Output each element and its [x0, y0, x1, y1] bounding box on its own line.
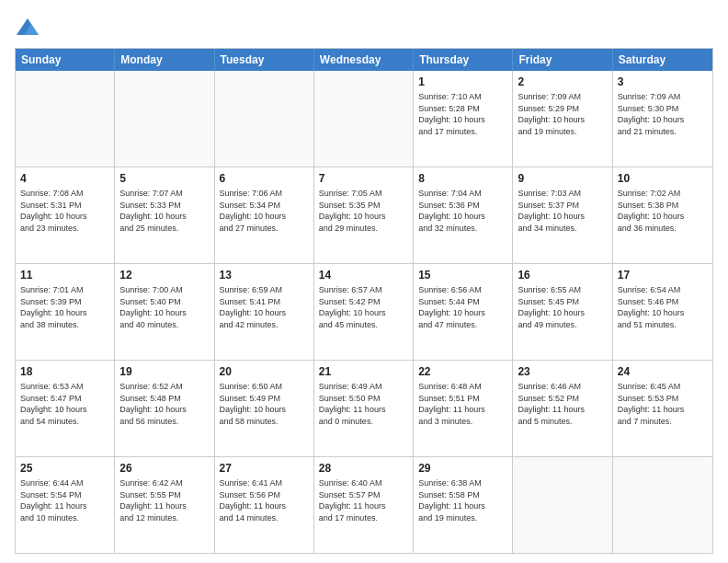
day-info: Sunrise: 6:50 AM Sunset: 5:49 PM Dayligh… [220, 381, 309, 427]
calendar-cell: 22Sunrise: 6:48 AM Sunset: 5:51 PM Dayli… [414, 361, 513, 456]
calendar-cell: 18Sunrise: 6:53 AM Sunset: 5:47 PM Dayli… [16, 361, 115, 456]
calendar-cell: 24Sunrise: 6:45 AM Sunset: 5:53 PM Dayli… [613, 361, 712, 456]
day-info: Sunrise: 7:06 AM Sunset: 5:34 PM Dayligh… [220, 188, 309, 234]
day-number: 9 [518, 171, 607, 186]
calendar-cell: 3Sunrise: 7:09 AM Sunset: 5:30 PM Daylig… [613, 71, 712, 167]
calendar-cell: 8Sunrise: 7:04 AM Sunset: 5:36 PM Daylig… [414, 167, 513, 263]
calendar-cell: 23Sunrise: 6:46 AM Sunset: 5:52 PM Dayli… [513, 361, 612, 456]
day-info: Sunrise: 7:09 AM Sunset: 5:30 PM Dayligh… [618, 91, 708, 137]
day-number: 5 [119, 171, 209, 186]
day-info: Sunrise: 6:45 AM Sunset: 5:53 PM Dayligh… [618, 381, 708, 427]
page: SundayMondayTuesdayWednesdayThursdayFrid… [0, 0, 728, 563]
calendar-cell [115, 71, 214, 167]
calendar-cell: 11Sunrise: 7:01 AM Sunset: 5:39 PM Dayli… [16, 264, 115, 360]
calendar-cell [613, 457, 712, 553]
calendar-cell: 28Sunrise: 6:40 AM Sunset: 5:57 PM Dayli… [314, 457, 414, 553]
day-number: 6 [220, 171, 309, 186]
day-info: Sunrise: 6:52 AM Sunset: 5:48 PM Dayligh… [119, 381, 209, 427]
day-info: Sunrise: 7:00 AM Sunset: 5:40 PM Dayligh… [119, 284, 209, 330]
calendar-cell: 25Sunrise: 6:44 AM Sunset: 5:54 PM Dayli… [16, 457, 115, 553]
day-info: Sunrise: 7:10 AM Sunset: 5:28 PM Dayligh… [418, 91, 507, 137]
calendar-cell: 7Sunrise: 7:05 AM Sunset: 5:35 PM Daylig… [314, 167, 414, 263]
day-info: Sunrise: 7:04 AM Sunset: 5:36 PM Dayligh… [418, 188, 507, 234]
day-info: Sunrise: 6:48 AM Sunset: 5:51 PM Dayligh… [418, 381, 507, 427]
day-number: 2 [518, 75, 607, 89]
calendar-cell [513, 457, 612, 553]
calendar-row: 18Sunrise: 6:53 AM Sunset: 5:47 PM Dayli… [16, 360, 712, 456]
calendar-cell: 1Sunrise: 7:10 AM Sunset: 5:28 PM Daylig… [414, 71, 513, 167]
calendar-cell: 4Sunrise: 7:08 AM Sunset: 5:31 PM Daylig… [16, 167, 115, 263]
day-info: Sunrise: 7:02 AM Sunset: 5:38 PM Dayligh… [618, 188, 708, 234]
weekday-header: Saturday [613, 49, 712, 71]
weekday-header: Monday [115, 49, 214, 71]
day-info: Sunrise: 6:54 AM Sunset: 5:46 PM Dayligh… [618, 284, 708, 330]
day-number: 12 [119, 268, 209, 282]
day-number: 10 [618, 171, 708, 186]
day-number: 24 [618, 364, 708, 379]
calendar-cell [16, 71, 115, 167]
weekday-header: Sunday [16, 49, 115, 71]
header [15, 15, 713, 40]
day-number: 11 [20, 268, 109, 282]
day-info: Sunrise: 6:42 AM Sunset: 5:55 PM Dayligh… [119, 477, 209, 523]
day-info: Sunrise: 6:59 AM Sunset: 5:41 PM Dayligh… [220, 284, 309, 330]
day-number: 13 [220, 268, 309, 282]
calendar-cell: 13Sunrise: 6:59 AM Sunset: 5:41 PM Dayli… [215, 264, 314, 360]
calendar-cell [215, 71, 314, 167]
day-info: Sunrise: 7:03 AM Sunset: 5:37 PM Dayligh… [518, 188, 607, 234]
weekday-header: Thursday [414, 49, 513, 71]
day-info: Sunrise: 6:38 AM Sunset: 5:58 PM Dayligh… [418, 477, 507, 523]
weekday-header: Tuesday [215, 49, 314, 71]
calendar-cell: 16Sunrise: 6:55 AM Sunset: 5:45 PM Dayli… [513, 264, 612, 360]
day-number: 17 [618, 268, 708, 282]
day-info: Sunrise: 7:01 AM Sunset: 5:39 PM Dayligh… [20, 284, 109, 330]
calendar-cell: 12Sunrise: 7:00 AM Sunset: 5:40 PM Dayli… [115, 264, 214, 360]
calendar-header: SundayMondayTuesdayWednesdayThursdayFrid… [16, 49, 712, 71]
calendar-cell: 19Sunrise: 6:52 AM Sunset: 5:48 PM Dayli… [115, 361, 214, 456]
day-info: Sunrise: 6:55 AM Sunset: 5:45 PM Dayligh… [518, 284, 607, 330]
day-number: 28 [319, 461, 408, 476]
calendar-cell: 15Sunrise: 6:56 AM Sunset: 5:44 PM Dayli… [414, 264, 513, 360]
calendar-row: 11Sunrise: 7:01 AM Sunset: 5:39 PM Dayli… [16, 263, 712, 360]
day-info: Sunrise: 7:05 AM Sunset: 5:35 PM Dayligh… [319, 188, 408, 234]
day-info: Sunrise: 6:49 AM Sunset: 5:50 PM Dayligh… [319, 381, 408, 427]
day-number: 14 [319, 268, 408, 282]
calendar-cell: 21Sunrise: 6:49 AM Sunset: 5:50 PM Dayli… [314, 361, 414, 456]
day-number: 22 [418, 364, 507, 379]
day-number: 4 [20, 171, 109, 186]
day-info: Sunrise: 6:56 AM Sunset: 5:44 PM Dayligh… [418, 284, 507, 330]
day-info: Sunrise: 7:08 AM Sunset: 5:31 PM Dayligh… [20, 188, 109, 234]
day-number: 19 [119, 364, 209, 379]
calendar-cell [314, 71, 414, 167]
weekday-header: Wednesday [314, 49, 414, 71]
day-number: 23 [518, 364, 607, 379]
day-number: 21 [319, 364, 408, 379]
logo [15, 15, 44, 40]
day-number: 7 [319, 171, 408, 186]
day-number: 25 [20, 461, 109, 476]
day-info: Sunrise: 7:07 AM Sunset: 5:33 PM Dayligh… [119, 188, 209, 234]
calendar-cell: 6Sunrise: 7:06 AM Sunset: 5:34 PM Daylig… [215, 167, 314, 263]
day-info: Sunrise: 6:46 AM Sunset: 5:52 PM Dayligh… [518, 381, 607, 427]
calendar-row: 25Sunrise: 6:44 AM Sunset: 5:54 PM Dayli… [16, 456, 712, 553]
day-number: 29 [418, 461, 507, 476]
day-info: Sunrise: 6:41 AM Sunset: 5:56 PM Dayligh… [220, 477, 309, 523]
calendar-body: 1Sunrise: 7:10 AM Sunset: 5:28 PM Daylig… [16, 71, 712, 553]
calendar: SundayMondayTuesdayWednesdayThursdayFrid… [15, 48, 713, 554]
calendar-cell: 9Sunrise: 7:03 AM Sunset: 5:37 PM Daylig… [513, 167, 612, 263]
calendar-cell: 29Sunrise: 6:38 AM Sunset: 5:58 PM Dayli… [414, 457, 513, 553]
calendar-cell: 5Sunrise: 7:07 AM Sunset: 5:33 PM Daylig… [115, 167, 214, 263]
day-info: Sunrise: 6:44 AM Sunset: 5:54 PM Dayligh… [20, 477, 109, 523]
calendar-cell: 10Sunrise: 7:02 AM Sunset: 5:38 PM Dayli… [613, 167, 712, 263]
day-info: Sunrise: 6:57 AM Sunset: 5:42 PM Dayligh… [319, 284, 408, 330]
day-info: Sunrise: 7:09 AM Sunset: 5:29 PM Dayligh… [518, 91, 607, 137]
calendar-cell: 14Sunrise: 6:57 AM Sunset: 5:42 PM Dayli… [314, 264, 414, 360]
day-number: 8 [418, 171, 507, 186]
weekday-header: Friday [513, 49, 612, 71]
day-info: Sunrise: 6:53 AM Sunset: 5:47 PM Dayligh… [20, 381, 109, 427]
day-info: Sunrise: 6:40 AM Sunset: 5:57 PM Dayligh… [319, 477, 408, 523]
day-number: 20 [220, 364, 309, 379]
day-number: 1 [418, 75, 507, 89]
day-number: 26 [119, 461, 209, 476]
calendar-cell: 26Sunrise: 6:42 AM Sunset: 5:55 PM Dayli… [115, 457, 214, 553]
